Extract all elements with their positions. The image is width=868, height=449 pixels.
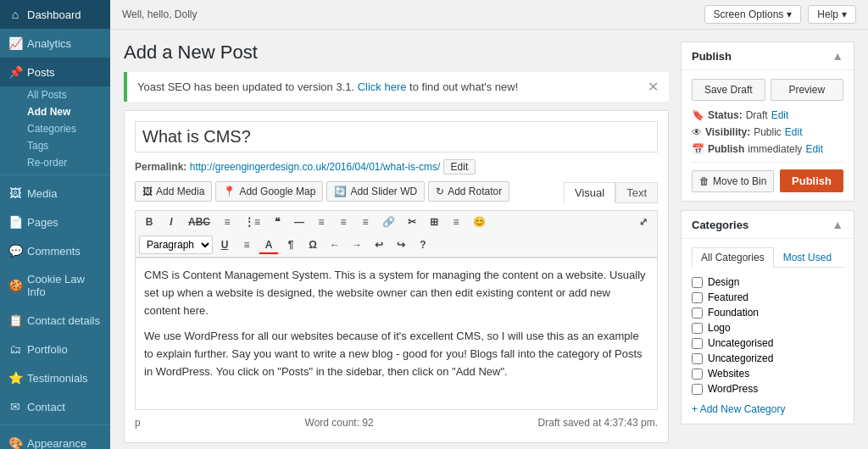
- tab-visual[interactable]: Visual: [564, 182, 615, 203]
- notice-text: Yoast SEO has been updated to version 3.…: [137, 80, 518, 93]
- permalink-url[interactable]: http://greengingerdesign.co.uk/2016/04/0…: [190, 161, 441, 173]
- sidebar-item-posts[interactable]: 📌 Posts: [0, 58, 110, 86]
- pages-icon: 📄: [8, 215, 22, 229]
- sidebar-item-dashboard[interactable]: ⌂ Dashboard: [0, 0, 110, 29]
- text-color-button[interactable]: A: [259, 236, 279, 254]
- sidebar-item-portfolio[interactable]: 🗂 Portfolio: [0, 335, 110, 363]
- add-google-map-button[interactable]: 📍 Add Google Map: [215, 181, 323, 202]
- categories-box-header[interactable]: Categories ▲: [682, 211, 854, 239]
- sidebar-submenu-all-posts[interactable]: All Posts: [0, 86, 110, 103]
- paste-text-button[interactable]: ¶: [281, 236, 301, 253]
- horizontal-rule-button[interactable]: —: [289, 213, 309, 230]
- list-item: Uncategorised: [692, 335, 843, 351]
- bold-button[interactable]: B: [139, 213, 159, 230]
- sidebar-item-label: Dashboard: [27, 8, 81, 21]
- sidebar-item-appearance[interactable]: 🎨 Appearance: [0, 429, 110, 449]
- category-checkbox[interactable]: [692, 353, 703, 364]
- category-checkbox[interactable]: [692, 384, 703, 395]
- bin-icon: 🗑: [699, 175, 709, 187]
- sidebar-item-comments[interactable]: 💬 Comments: [0, 236, 110, 265]
- sidebar-submenu-reorder[interactable]: Re-order: [0, 154, 110, 171]
- right-panel: Publish ▲ Save Draft Preview 🔖 Status: D…: [681, 42, 854, 437]
- italic-button[interactable]: I: [161, 213, 181, 230]
- notice-close-icon[interactable]: ✕: [648, 79, 659, 95]
- category-checkbox[interactable]: [692, 308, 703, 319]
- main-area: Well, hello, Dolly Screen Options ▾ Help…: [110, 0, 868, 449]
- sidebar-item-pages[interactable]: 📄 Pages: [0, 208, 110, 236]
- categories-toggle-icon: ▲: [832, 218, 843, 231]
- tab-all-categories[interactable]: All Categories: [692, 247, 774, 268]
- sidebar-item-cookie[interactable]: 🍪 Cookie Law Info: [0, 265, 110, 306]
- chevron-down-icon: ▾: [787, 8, 792, 20]
- list-item: Foundation: [692, 305, 843, 320]
- insert-more-button[interactable]: ⊞: [424, 213, 444, 230]
- editor-footer: p Word count: 92 Draft saved at 4:37:43 …: [135, 413, 658, 432]
- align-center-button[interactable]: ≡: [333, 213, 353, 230]
- special-char-button[interactable]: Ω: [303, 236, 323, 253]
- page-title: Add a New Post: [124, 42, 669, 64]
- add-rotator-button[interactable]: ↻ Add Rotator: [428, 181, 509, 202]
- publish-toggle-icon: ▲: [832, 49, 843, 63]
- publish-box-body: Save Draft Preview 🔖 Status: Draft Edit …: [682, 70, 854, 201]
- category-checkbox[interactable]: [692, 369, 703, 380]
- move-to-bin-button[interactable]: 🗑 Move to Bin: [692, 170, 774, 192]
- sidebar-item-analytics[interactable]: 📈 Analytics: [0, 29, 110, 58]
- indent-button[interactable]: →: [347, 236, 367, 253]
- status-edit-link[interactable]: Edit: [771, 109, 789, 121]
- sidebar-submenu-add-new[interactable]: Add New: [0, 103, 110, 120]
- map-icon: 📍: [223, 186, 236, 197]
- visibility-edit-link[interactable]: Edit: [785, 126, 803, 138]
- fullscreen-button[interactable]: ⤢: [633, 213, 654, 230]
- tab-text[interactable]: Text: [615, 182, 658, 203]
- contact2-icon: ✉: [8, 400, 22, 413]
- add-new-category-link[interactable]: + Add New Category: [692, 403, 843, 415]
- category-checkbox[interactable]: [692, 277, 703, 288]
- align-left-button[interactable]: ≡: [311, 213, 331, 230]
- blockquote-button[interactable]: ❝: [267, 213, 287, 230]
- sidebar-submenu-tags[interactable]: Tags: [0, 137, 110, 154]
- notice-link[interactable]: Click here: [358, 80, 407, 93]
- editor-content[interactable]: CMS is Content Management System. This i…: [135, 258, 658, 410]
- sidebar-item-testimonials[interactable]: ⭐ Testimonials: [0, 363, 110, 392]
- portfolio-icon: 🗂: [8, 342, 22, 356]
- category-checkbox[interactable]: [692, 292, 703, 303]
- chevron-down-icon: ▾: [842, 8, 847, 20]
- sidebar-item-contact2[interactable]: ✉ Contact: [0, 392, 110, 421]
- tab-most-used[interactable]: Most Used: [774, 247, 841, 267]
- add-media-button[interactable]: 🖼 Add Media: [135, 181, 212, 202]
- sidebar: ⌂ Dashboard 📈 Analytics 📌 Posts All Post…: [0, 0, 110, 449]
- permalink-edit-button[interactable]: Edit: [443, 159, 476, 175]
- format-select[interactable]: Paragraph: [139, 236, 213, 254]
- link-button[interactable]: 🔗: [377, 213, 400, 230]
- category-checkbox[interactable]: [692, 338, 703, 349]
- sidebar-submenu-categories[interactable]: Categories: [0, 120, 110, 137]
- smiley-button[interactable]: 😊: [468, 213, 491, 230]
- unlink-button[interactable]: ✂: [402, 213, 422, 230]
- topbar: Well, hello, Dolly Screen Options ▾ Help…: [110, 0, 868, 30]
- sidebar-item-media[interactable]: 🖼 Media: [0, 179, 110, 208]
- ordered-list-button[interactable]: ⋮≡: [239, 213, 265, 230]
- preview-button[interactable]: Preview: [771, 79, 844, 101]
- post-title-input[interactable]: [135, 121, 658, 152]
- add-slider-button[interactable]: 🔄 Add Slider WD: [326, 181, 425, 202]
- category-checkbox[interactable]: [692, 323, 703, 334]
- strikethrough-button[interactable]: ABC: [183, 213, 215, 230]
- status-row: 🔖 Status: Draft Edit: [692, 109, 843, 121]
- help-button[interactable]: ?: [413, 236, 433, 253]
- publish-box-header[interactable]: Publish ▲: [682, 42, 854, 70]
- outdent-button[interactable]: ←: [325, 236, 345, 253]
- undo-button[interactable]: ↩: [369, 236, 389, 253]
- unordered-list-button[interactable]: ≡: [217, 213, 237, 230]
- toolbar-toggle-button[interactable]: ≡: [446, 213, 466, 230]
- help-button[interactable]: Help ▾: [808, 5, 856, 24]
- sidebar-item-contact[interactable]: 📋 Contact details: [0, 306, 110, 335]
- analytics-icon: 📈: [8, 36, 22, 50]
- redo-button[interactable]: ↪: [391, 236, 411, 253]
- align-right-button[interactable]: ≡: [355, 213, 376, 230]
- screen-options-button[interactable]: Screen Options ▾: [704, 5, 802, 24]
- publish-button[interactable]: Publish: [780, 169, 843, 192]
- publish-time-edit-link[interactable]: Edit: [805, 143, 823, 155]
- justify-button[interactable]: ≡: [236, 236, 257, 253]
- save-draft-button[interactable]: Save Draft: [692, 79, 765, 101]
- underline-button[interactable]: U: [214, 236, 235, 253]
